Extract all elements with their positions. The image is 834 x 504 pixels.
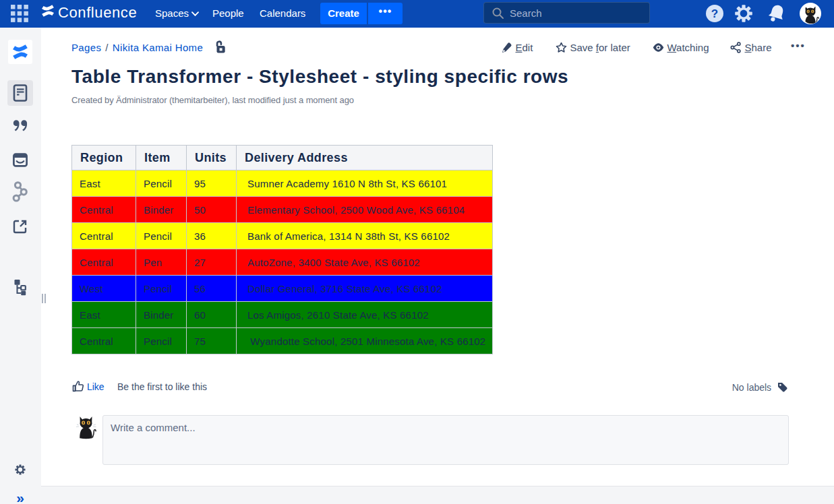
svg-text:?: ? xyxy=(711,7,718,20)
